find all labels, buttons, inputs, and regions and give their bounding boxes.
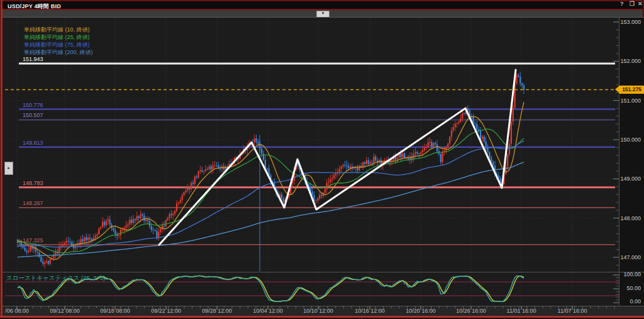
time-tick-3: 09/22 12:00 bbox=[151, 308, 181, 314]
current-price-arrow bbox=[615, 86, 619, 93]
current-price-badge: 151.275 bbox=[619, 86, 644, 94]
level-label-151943: 151.943 bbox=[23, 56, 43, 62]
stochastic-label: スローストキャスティクス (25, 3, 3) bbox=[6, 274, 105, 283]
stoch-tick-100: 100.00 bbox=[623, 271, 641, 277]
app-window: USD/JPY 4時間 BID ? ❐ ✕ ▼ ▸ 単純移動平均線 (10, 終… bbox=[0, 0, 644, 319]
time-tick-11: 11/07 16:00 bbox=[558, 308, 587, 314]
chart-canvas[interactable] bbox=[0, 0, 644, 319]
price-tick-150: 150.000 bbox=[620, 137, 641, 143]
time-axis[interactable]: /06 08:00 09/12 08:00 09/18 08:00 09/22 … bbox=[3, 306, 644, 316]
level-label-148783: 148.783 bbox=[23, 180, 43, 186]
time-tick-4: 09/28 12:00 bbox=[202, 308, 232, 314]
price-tick-149: 149.000 bbox=[620, 176, 641, 182]
level-label-150776: 150.776 bbox=[23, 102, 43, 108]
price-tick-152: 152.000 bbox=[620, 58, 641, 64]
time-tick-6: 10/10 12:00 bbox=[303, 308, 333, 314]
level-label-147325: 147.325 bbox=[23, 237, 43, 243]
price-tick-153: 153.000 bbox=[620, 19, 641, 25]
time-tick-7: 10/16 12:00 bbox=[355, 308, 385, 314]
stoch-tick-0: 0.00 bbox=[630, 298, 641, 305]
stoch-tick-50: 50.00 bbox=[626, 285, 641, 291]
time-tick-10: 11/01 16:00 bbox=[507, 308, 536, 314]
time-tick-1: 09/12 08:00 bbox=[50, 308, 80, 314]
level-label-149813: 149.813 bbox=[23, 140, 43, 146]
panel-expand-handle[interactable]: ▸ bbox=[4, 162, 13, 175]
level-label-150507: 150.507 bbox=[23, 112, 43, 118]
price-tick-148: 148.000 bbox=[620, 215, 641, 221]
level-label-148267: 148.267 bbox=[23, 200, 43, 206]
time-tick-5: 10/04 12:00 bbox=[253, 308, 283, 314]
price-tick-147: 147.000 bbox=[620, 254, 641, 260]
time-tick-2: 09/18 08:00 bbox=[100, 308, 130, 314]
time-tick-8: 10/20 16:00 bbox=[406, 308, 436, 314]
time-tick-9: 10/26 16:00 bbox=[456, 308, 486, 314]
time-tick-0: /06 08:00 bbox=[5, 308, 29, 314]
price-tick-151: 151.000 bbox=[620, 98, 641, 104]
